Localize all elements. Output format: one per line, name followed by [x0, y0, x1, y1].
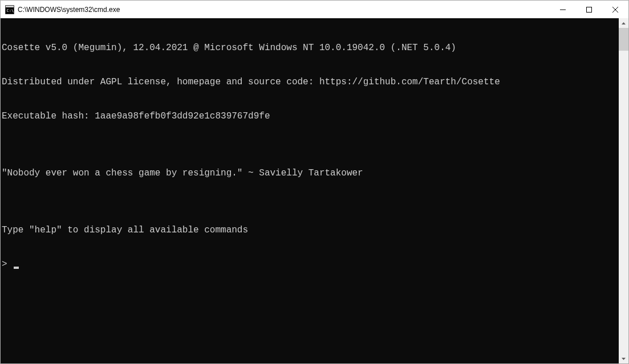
minimize-button[interactable] [550, 1, 576, 18]
svg-rect-1 [6, 6, 14, 7]
prompt-symbol: > [2, 259, 13, 270]
vertical-scrollbar[interactable] [619, 18, 628, 363]
cmd-window: C:\ C:\WINDOWS\system32\cmd.exe Cosette … [0, 0, 629, 364]
scroll-down-arrow-icon[interactable] [619, 354, 628, 363]
prompt-line[interactable]: > [2, 259, 619, 270]
terminal-output[interactable]: Cosette v5.0 (Megumin), 12.04.2021 @ Mic… [1, 18, 619, 363]
text-cursor [14, 267, 19, 269]
window-title: C:\WINDOWS\system32\cmd.exe [18, 6, 550, 14]
scroll-track[interactable] [619, 28, 628, 354]
maximize-button[interactable] [576, 1, 602, 18]
cmd-icon: C:\ [5, 5, 14, 14]
terminal-line: "Nobody ever won a chess game by resigni… [2, 167, 619, 179]
scroll-up-arrow-icon[interactable] [619, 18, 628, 28]
svg-text:C:\: C:\ [7, 9, 14, 13]
titlebar[interactable]: C:\ C:\WINDOWS\system32\cmd.exe [1, 1, 628, 18]
close-button[interactable] [602, 1, 628, 18]
terminal-line: Cosette v5.0 (Megumin), 12.04.2021 @ Mic… [2, 42, 619, 54]
terminal-line: Executable hash: 1aae9a98fefb0f3dd92e1c8… [2, 111, 619, 122]
window-controls [550, 1, 628, 18]
svg-rect-4 [587, 7, 592, 12]
terminal-line: Distributed under AGPL license, homepage… [2, 76, 619, 88]
terminal-line: Type "help" to display all available com… [2, 224, 619, 236]
scroll-thumb[interactable] [619, 28, 628, 51]
content-area: Cosette v5.0 (Megumin), 12.04.2021 @ Mic… [1, 18, 628, 363]
